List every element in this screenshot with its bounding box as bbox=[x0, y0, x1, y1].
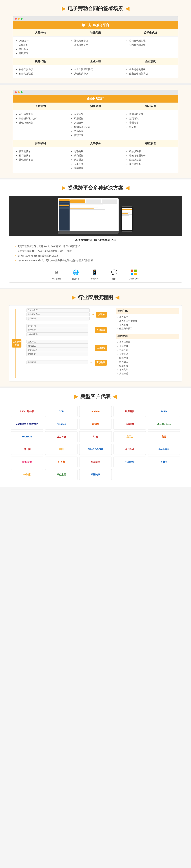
list-item: Offer文件 bbox=[19, 39, 65, 43]
sign-subject-item-0: 用人单位 bbox=[119, 315, 179, 319]
phone-mockup bbox=[121, 206, 133, 231]
arrow-left-icon-4: ▶ bbox=[72, 294, 76, 301]
logo-text-10: WORKAI bbox=[22, 435, 32, 438]
ehr-list-0: 企业通知文件 業务规划设计文件 升职转岗约定 bbox=[16, 112, 65, 125]
logo-10: WORKAI bbox=[11, 431, 43, 442]
logo-6: Kingdee bbox=[45, 418, 77, 430]
logo-text-8: 人瑞集团 bbox=[125, 423, 135, 426]
platform-wechat: 💬 微信 bbox=[110, 269, 118, 281]
section-customers: ▶ 典型客户代表 ◀ FSG上海外服 CDP randstad 红海科技 BIP… bbox=[0, 388, 191, 487]
stage-arrow-2: → bbox=[90, 346, 93, 350]
feature-item-2: 提供微软Office 365的深度集成解决方案 bbox=[14, 253, 177, 258]
logo-7: 薪福社 bbox=[79, 418, 112, 430]
logo-13: 易工宝 bbox=[114, 431, 146, 442]
sign-files-list: 个人信息表 人员资料 劳动合同 保密协议 绩效考核 调岗确认 假期审请 相关文件… bbox=[116, 340, 179, 375]
list-item: 公积金代缴协议 bbox=[129, 39, 175, 43]
list-item: 福利确认单 bbox=[19, 153, 65, 158]
doc-item: 离职证明 bbox=[27, 361, 88, 364]
logo-11: 益宝科技 bbox=[45, 431, 77, 442]
cell-header-4: 企业入驻 bbox=[68, 58, 123, 65]
stage-docs-0: 个人信息表 身份证复印件 学历证明 bbox=[27, 308, 89, 321]
section-signing-scenarios: ▶ 电子劳动合同的签署场景 ◀ 第三方HR服务平台 人员外包 Offer文件 入… bbox=[0, 0, 191, 83]
sign-file-item-8: 离职证明 bbox=[119, 372, 179, 376]
ehr-body-1: 面试通知 录用通知 入职资料 婚姻状态登记表 劳动合同 离职证明 bbox=[68, 110, 123, 140]
stage-badge-2: 在职阶段 bbox=[94, 345, 107, 351]
arrow-right-icon-3: ◀ bbox=[125, 185, 129, 191]
logo-text-4: BIPO bbox=[161, 410, 167, 413]
feature-item-3: 与SAP BPS/4 HANA集成，可以SAP服务插件的形式提供给客户安装部署 bbox=[14, 258, 177, 263]
doc-item: 个人信息表 bbox=[27, 308, 89, 312]
cell-header-3: 税务代缴 bbox=[13, 58, 68, 65]
feature-block: 不受终端限制，随心切换签署平台 无需下载任何软件，支持SaaS、独立部署，兼容H… bbox=[9, 236, 182, 263]
list-item: 调岗通知 bbox=[74, 153, 120, 158]
logo-17: FUNG GROUP bbox=[79, 444, 112, 455]
sign-file-item-2: 劳动合同 bbox=[119, 348, 179, 352]
logo-9: eRoad Software bbox=[148, 418, 180, 430]
logo-text-18: 今日头条 bbox=[125, 448, 135, 451]
list-item: 社保代缴协议 bbox=[74, 39, 120, 43]
flow-stages: 个人信息表 身份证复印件 学历证明 → 入职前 劳动合同 保密协议 物品领取单 … bbox=[27, 308, 107, 366]
list-item: 调薪通知 bbox=[74, 158, 120, 162]
divider2 bbox=[0, 178, 191, 180]
flow-right: 签约主体 用人单位 用人单位/外包企业 个人资料 企业内部员工 签约文件 个人信… bbox=[113, 306, 182, 381]
ls-sidebar bbox=[59, 199, 70, 230]
sign-subject-item-1: 用人单位/外包企业 bbox=[119, 319, 179, 323]
svg-rect-3 bbox=[134, 273, 137, 275]
arrow-right-icon: ◀ bbox=[125, 6, 129, 11]
cell-header-2: 公积金代缴 bbox=[123, 29, 178, 36]
stage-badge-3: 离职阶段 bbox=[94, 360, 107, 366]
logo-text-23: 中融物业 bbox=[125, 461, 135, 464]
laptop-base bbox=[58, 231, 119, 234]
platform-screenshot bbox=[9, 196, 182, 236]
web-icon: 🖥 bbox=[53, 269, 61, 276]
doc-item: 薪资确认单 bbox=[27, 348, 88, 352]
logo-22: 华草集团 bbox=[79, 457, 112, 467]
ehr-body-3: 薪资确认单 福利确认单 其他调薪单据 bbox=[13, 147, 68, 164]
system-box: 人事管理系统 bbox=[12, 339, 22, 347]
section1-title: ▶ 电子劳动合同的签署场景 ◀ bbox=[9, 5, 182, 12]
ehr-cell-5: 绩效管理 绩效演讲书 绩效考核通知书 业绩调整函 奖惩通知书 bbox=[123, 140, 178, 173]
flow-stage-0: 个人信息表 身份证复印件 学历证明 → 入职前 bbox=[27, 308, 107, 321]
cell-header-1: 社保代缴 bbox=[68, 29, 123, 36]
cell-body-2: 公积金代缴协议 公积金代缴证明 bbox=[123, 36, 178, 49]
grid-cell-2: 公积金代缴 公积金代缴协议 公积金代缴证明 bbox=[123, 29, 178, 58]
ehr-cell-3: 薪酬福利 薪资确认单 福利确认单 其他调薪单据 bbox=[13, 140, 68, 173]
divider3 bbox=[0, 287, 191, 289]
flow-left: 人事管理系统 个人信息表 身份证复印件 学历证明 → 入职前 劳动合同 bbox=[9, 306, 110, 381]
dot-green bbox=[21, 18, 23, 20]
logo-text-14: 美差 bbox=[162, 435, 166, 438]
cell-list-1: 社保代缴协议 社保代缴证明 bbox=[71, 39, 120, 47]
list-item: 劳动合同 bbox=[19, 47, 65, 51]
list-item: 面试通知 bbox=[74, 112, 120, 116]
cell-list-3: 税务代缴协议 税务代缴证明 bbox=[16, 67, 65, 76]
doc-item: 劳动合同 bbox=[27, 324, 88, 328]
cell-list-4: 企业入驻框架协议 其他相关协议 bbox=[71, 67, 120, 76]
list-item: 企业通知文件 bbox=[19, 112, 65, 116]
ehr-body-2: 培训课程文件 签到确认 培训考核 等级划分 bbox=[123, 110, 178, 131]
cell-body-5: 企业劳务委托函 企业合作框架协议 bbox=[123, 65, 178, 78]
sign-file-item-6: 假期审请 bbox=[119, 364, 179, 368]
stage-docs-3: 离职证明 bbox=[27, 361, 88, 365]
phone-screen bbox=[122, 208, 132, 230]
list-item: 業务规划设计文件 bbox=[19, 117, 65, 121]
ehr-list-2: 培训课程文件 签到确认 培训考核 等级划分 bbox=[126, 112, 175, 129]
ehr-list-5: 绩效演讲书 绩效考核通知书 业绩调整函 奖惩通知书 bbox=[126, 149, 175, 166]
stage-badge-0: 入职前 bbox=[96, 312, 107, 317]
app-icon: 📱 bbox=[91, 269, 99, 276]
section-flow-chart: ▶ 行业应用流程图 ◀ 人事管理系统 个人信息表 身份证复印件 学历证明 → 入… bbox=[0, 289, 191, 387]
stage-arrow-3: → bbox=[90, 361, 93, 364]
list-item: 薪资确认单 bbox=[19, 149, 65, 153]
logo-5: ANDERSEN & COMPANY bbox=[11, 418, 43, 430]
ehr-header-4: 人事事务 bbox=[68, 140, 123, 147]
logo-1: CDP bbox=[45, 406, 77, 417]
dot-yellow bbox=[18, 18, 20, 20]
logo-4: BIPO bbox=[148, 406, 180, 417]
logo-19: Semir嘉马 bbox=[148, 444, 180, 455]
list-item: 劳动合同 bbox=[74, 129, 120, 133]
platform-office365: Office 365 bbox=[129, 269, 139, 281]
logo-text-9: eRoad Software bbox=[157, 423, 171, 425]
list-item: 离职证明 bbox=[19, 51, 65, 55]
doc-item: 假期申请 bbox=[27, 352, 88, 356]
svg-rect-0 bbox=[131, 270, 133, 272]
list-item: 入职资料 bbox=[74, 121, 120, 125]
